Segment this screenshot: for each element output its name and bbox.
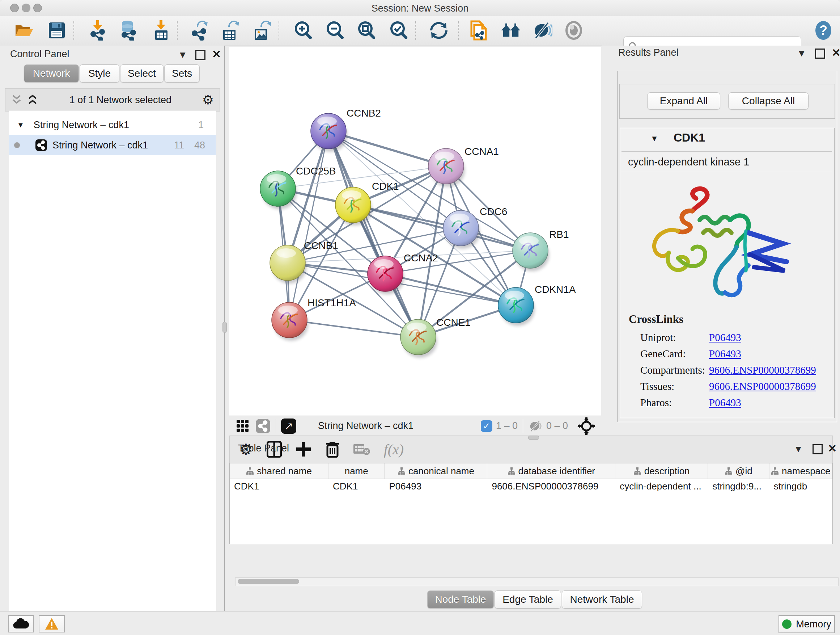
column-header-shared-name[interactable]: shared name bbox=[230, 463, 328, 478]
birdseye-view-icon[interactable]: ↗ bbox=[281, 418, 296, 434]
column-header-name[interactable]: name bbox=[328, 463, 385, 478]
tab-sets[interactable]: Sets bbox=[164, 65, 200, 82]
crosslink-link[interactable]: P06493 bbox=[709, 397, 741, 409]
network-node-RB1[interactable] bbox=[513, 233, 548, 268]
refresh-button[interactable] bbox=[429, 19, 449, 41]
control-panel-menu-arrow-icon[interactable]: ▼ bbox=[178, 49, 187, 60]
crosslink-row: GeneCard:P06493 bbox=[640, 346, 829, 362]
network-tree-child-row[interactable]: String Network – cdk1 11 48 bbox=[9, 135, 216, 155]
column-header-namespace[interactable]: namespace bbox=[769, 463, 832, 478]
network-node-CDK1[interactable] bbox=[335, 187, 371, 223]
home-button[interactable] bbox=[501, 19, 521, 41]
selected-counts: 1 – 0 bbox=[496, 420, 518, 432]
save-session-button[interactable] bbox=[47, 19, 67, 41]
table-cell[interactable]: stringdb:9... bbox=[708, 479, 769, 494]
column-header-canonical-name[interactable]: canonical name bbox=[385, 463, 487, 478]
network-tree-parent-row[interactable]: ▼ String Network – cdk1 1 bbox=[9, 115, 216, 135]
results-panel-menu-arrow-icon[interactable]: ▼ bbox=[797, 48, 806, 59]
crosslink-link[interactable]: 9606.ENSP00000378699 bbox=[709, 364, 816, 376]
import-table-button[interactable] bbox=[151, 19, 172, 41]
left-splitter-handle[interactable] bbox=[223, 322, 227, 333]
show-panels-button[interactable] bbox=[564, 19, 584, 41]
import-network-file-button[interactable] bbox=[88, 19, 108, 41]
hide-panels-button[interactable] bbox=[532, 19, 553, 41]
delete-table-icon bbox=[354, 443, 370, 456]
zoom-in-button[interactable] bbox=[293, 19, 313, 41]
tree-expander-icon[interactable]: ▼ bbox=[17, 121, 24, 129]
scrollbar-thumb[interactable] bbox=[238, 579, 299, 584]
table-panel-menu-arrow-icon[interactable]: ▼ bbox=[794, 443, 803, 455]
network-edge[interactable] bbox=[289, 320, 418, 337]
warning-icon bbox=[44, 617, 59, 630]
cloud-status-button[interactable] bbox=[8, 615, 34, 632]
collapse-all-icon[interactable] bbox=[11, 94, 23, 106]
network-view-icon[interactable] bbox=[256, 418, 271, 434]
table-cell[interactable]: cyclin-dependent ... bbox=[615, 479, 708, 494]
import-network-database-button[interactable] bbox=[118, 19, 138, 41]
network-node-CCNA1[interactable] bbox=[428, 149, 464, 184]
close-panel-icon[interactable]: ✕ bbox=[832, 46, 840, 59]
crosslink-link[interactable]: P06493 bbox=[709, 348, 741, 360]
memory-button[interactable]: Memory bbox=[778, 615, 835, 633]
gear-icon[interactable]: ⚙ bbox=[202, 92, 214, 108]
table-splitter-handle[interactable] bbox=[528, 435, 539, 440]
crosslink-link[interactable]: P06493 bbox=[709, 332, 741, 344]
network-node-CCNB2[interactable] bbox=[311, 113, 346, 149]
zoom-selected-button[interactable] bbox=[388, 19, 409, 41]
tab-network-table[interactable]: Network Table bbox=[562, 591, 642, 608]
network-node-CCNA2[interactable] bbox=[368, 256, 403, 291]
tab-select[interactable]: Select bbox=[120, 65, 164, 82]
close-panel-icon[interactable]: ✕ bbox=[212, 48, 221, 60]
expand-all-button[interactable]: Expand All bbox=[647, 92, 720, 110]
export-table-button[interactable] bbox=[220, 19, 240, 41]
pan-crosshair-icon[interactable] bbox=[577, 417, 595, 435]
crosslink-link[interactable]: 9606.ENSP00000378699 bbox=[709, 380, 816, 393]
tab-edge-table[interactable]: Edge Table bbox=[494, 591, 561, 608]
table-cell[interactable]: CDK1 bbox=[328, 479, 385, 494]
table-cell[interactable]: P06493 bbox=[385, 479, 487, 494]
float-panel-icon[interactable] bbox=[195, 50, 205, 60]
expand-all-icon[interactable] bbox=[27, 94, 39, 106]
node-attribute-icon bbox=[771, 467, 779, 475]
network-node-HIST1H1A[interactable] bbox=[272, 302, 307, 338]
network-canvas[interactable]: CCNB2CCNA1CDC25BCDK1CDC6RB1CCNB1CCNA2CDK… bbox=[229, 47, 601, 416]
table-row[interactable]: CDK1CDK1P064939606.ENSP00000378699cyclin… bbox=[230, 479, 832, 494]
network-node-CCNB1[interactable] bbox=[270, 245, 305, 280]
title-bar: Session: New Session bbox=[0, 0, 840, 16]
collapse-all-button[interactable]: Collapse All bbox=[728, 92, 808, 110]
file-network-button[interactable] bbox=[469, 19, 489, 41]
zoom-out-button[interactable] bbox=[325, 19, 345, 41]
export-image-button[interactable] bbox=[252, 19, 272, 41]
open-session-button[interactable] bbox=[14, 19, 34, 41]
selected-checkbox-icon[interactable]: ✓ bbox=[481, 420, 493, 432]
float-panel-icon[interactable] bbox=[815, 49, 825, 59]
delete-column-icon[interactable] bbox=[325, 441, 340, 458]
zoom-fit-button[interactable] bbox=[356, 19, 377, 41]
network-node-CDC25B[interactable] bbox=[260, 171, 295, 206]
table-cell[interactable]: CDK1 bbox=[230, 479, 328, 494]
network-node-CDC6[interactable] bbox=[443, 211, 478, 246]
network-collection-label: String Network – cdk1 bbox=[34, 119, 129, 131]
add-column-icon[interactable] bbox=[295, 441, 311, 457]
tab-node-table[interactable]: Node Table bbox=[427, 591, 494, 608]
warnings-button[interactable] bbox=[39, 615, 65, 632]
column-header--id[interactable]: @id bbox=[708, 463, 769, 478]
float-panel-icon[interactable] bbox=[813, 444, 823, 454]
grid-view-icon[interactable] bbox=[236, 419, 249, 433]
table-cell[interactable]: stringdb bbox=[769, 479, 832, 494]
network-edge[interactable] bbox=[289, 131, 328, 320]
tab-network[interactable]: Network bbox=[24, 65, 79, 82]
network-node-CDKN1A[interactable] bbox=[498, 287, 534, 323]
section-collapse-arrow-icon[interactable]: ▼ bbox=[651, 134, 658, 143]
zoom-selected-icon bbox=[389, 21, 409, 40]
network-node-CCNE1[interactable] bbox=[401, 319, 436, 355]
table-cell[interactable]: 9606.ENSP00000378699 bbox=[487, 479, 615, 494]
column-header-database-identifier[interactable]: database identifier bbox=[487, 463, 615, 478]
table-horizontal-scrollbar[interactable] bbox=[235, 578, 838, 586]
close-panel-icon[interactable]: ✕ bbox=[828, 442, 837, 455]
export-network-button[interactable] bbox=[189, 19, 209, 41]
column-header-description[interactable]: description bbox=[615, 463, 708, 478]
refresh-icon bbox=[429, 21, 448, 40]
help-button[interactable]: ? bbox=[813, 19, 834, 41]
tab-style[interactable]: Style bbox=[80, 65, 119, 82]
